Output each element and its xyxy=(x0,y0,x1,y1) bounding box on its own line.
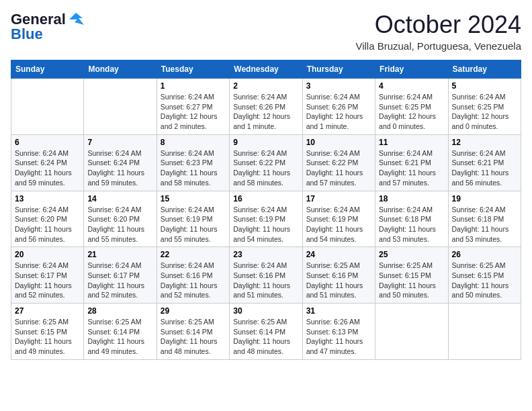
day-number: 24 xyxy=(306,250,371,259)
calendar-cell: 23Sunrise: 6:24 AMSunset: 6:16 PMDayligh… xyxy=(230,247,302,304)
calendar-header-row: SundayMondayTuesdayWednesdayThursdayFrid… xyxy=(11,60,521,79)
day-info: Sunrise: 6:25 AMSunset: 6:16 PMDaylight:… xyxy=(306,261,371,300)
calendar-cell: 28Sunrise: 6:25 AMSunset: 6:14 PMDayligh… xyxy=(84,304,157,360)
weekday-header-saturday: Saturday xyxy=(448,60,521,79)
day-number: 20 xyxy=(15,250,80,259)
day-info: Sunrise: 6:24 AMSunset: 6:21 PMDaylight:… xyxy=(452,148,517,188)
day-info: Sunrise: 6:25 AMSunset: 6:14 PMDaylight:… xyxy=(233,317,298,357)
day-info: Sunrise: 6:24 AMSunset: 6:24 PMDaylight:… xyxy=(15,148,80,188)
day-number: 17 xyxy=(306,194,371,203)
logo-bird-icon xyxy=(69,13,84,26)
day-number: 19 xyxy=(452,194,517,203)
day-number: 5 xyxy=(452,81,517,91)
calendar-cell: 20Sunrise: 6:24 AMSunset: 6:17 PMDayligh… xyxy=(11,247,84,304)
calendar-cell: 22Sunrise: 6:24 AMSunset: 6:16 PMDayligh… xyxy=(157,247,229,304)
day-info: Sunrise: 6:24 AMSunset: 6:22 PMDaylight:… xyxy=(233,148,298,188)
day-number: 15 xyxy=(161,194,226,203)
day-number: 16 xyxy=(233,194,298,203)
calendar-cell: 29Sunrise: 6:25 AMSunset: 6:14 PMDayligh… xyxy=(157,304,229,360)
calendar-cell: 26Sunrise: 6:25 AMSunset: 6:15 PMDayligh… xyxy=(448,247,521,304)
day-number: 7 xyxy=(87,138,152,147)
day-number: 25 xyxy=(379,250,444,259)
day-number: 13 xyxy=(15,194,80,203)
day-number: 8 xyxy=(161,138,226,147)
calendar-cell: 14Sunrise: 6:24 AMSunset: 6:20 PMDayligh… xyxy=(84,191,157,247)
calendar-cell: 15Sunrise: 6:24 AMSunset: 6:19 PMDayligh… xyxy=(157,191,229,247)
title-area: October 2024 Villa Bruzual, Portuguesa, … xyxy=(355,11,521,52)
weekday-header-sunday: Sunday xyxy=(11,60,84,79)
calendar-week-row: 20Sunrise: 6:24 AMSunset: 6:17 PMDayligh… xyxy=(11,247,521,304)
day-info: Sunrise: 6:24 AMSunset: 6:18 PMDaylight:… xyxy=(379,205,444,244)
svg-marker-0 xyxy=(69,13,84,25)
day-number: 28 xyxy=(87,306,152,316)
calendar-cell: 17Sunrise: 6:24 AMSunset: 6:19 PMDayligh… xyxy=(302,191,375,247)
day-info: Sunrise: 6:24 AMSunset: 6:25 PMDaylight:… xyxy=(452,92,517,132)
header: General Blue October 2024 Villa Bruzual,… xyxy=(11,11,521,52)
day-number: 11 xyxy=(379,138,444,147)
day-info: Sunrise: 6:24 AMSunset: 6:25 PMDaylight:… xyxy=(379,92,444,132)
calendar-cell: 31Sunrise: 6:26 AMSunset: 6:13 PMDayligh… xyxy=(302,304,375,360)
calendar-cell: 5Sunrise: 6:24 AMSunset: 6:25 PMDaylight… xyxy=(448,79,521,135)
weekday-header-tuesday: Tuesday xyxy=(157,60,229,79)
day-info: Sunrise: 6:24 AMSunset: 6:17 PMDaylight:… xyxy=(15,261,80,300)
day-info: Sunrise: 6:24 AMSunset: 6:17 PMDaylight:… xyxy=(87,261,152,300)
day-info: Sunrise: 6:24 AMSunset: 6:26 PMDaylight:… xyxy=(306,92,371,132)
day-number: 2 xyxy=(233,81,298,91)
day-number: 27 xyxy=(15,306,80,316)
calendar-week-row: 27Sunrise: 6:25 AMSunset: 6:15 PMDayligh… xyxy=(11,304,521,360)
day-number: 31 xyxy=(306,306,371,316)
calendar-cell: 4Sunrise: 6:24 AMSunset: 6:25 PMDaylight… xyxy=(375,79,448,135)
logo-blue: Blue xyxy=(11,26,43,43)
day-number: 21 xyxy=(87,250,152,259)
day-number: 14 xyxy=(87,194,152,203)
calendar-cell: 6Sunrise: 6:24 AMSunset: 6:24 PMDaylight… xyxy=(11,134,84,191)
day-info: Sunrise: 6:25 AMSunset: 6:15 PMDaylight:… xyxy=(379,261,444,300)
day-number: 23 xyxy=(233,250,298,259)
weekday-header-thursday: Thursday xyxy=(302,60,375,79)
day-info: Sunrise: 6:24 AMSunset: 6:16 PMDaylight:… xyxy=(233,261,298,300)
day-info: Sunrise: 6:24 AMSunset: 6:19 PMDaylight:… xyxy=(233,205,298,244)
day-info: Sunrise: 6:24 AMSunset: 6:26 PMDaylight:… xyxy=(233,92,298,132)
weekday-header-wednesday: Wednesday xyxy=(230,60,302,79)
day-number: 3 xyxy=(306,81,371,91)
day-info: Sunrise: 6:24 AMSunset: 6:20 PMDaylight:… xyxy=(15,205,80,244)
day-number: 10 xyxy=(306,138,371,147)
day-info: Sunrise: 6:24 AMSunset: 6:20 PMDaylight:… xyxy=(87,205,152,244)
calendar-cell: 7Sunrise: 6:24 AMSunset: 6:24 PMDaylight… xyxy=(84,134,157,191)
calendar-cell: 13Sunrise: 6:24 AMSunset: 6:20 PMDayligh… xyxy=(11,191,84,247)
day-info: Sunrise: 6:25 AMSunset: 6:14 PMDaylight:… xyxy=(161,317,226,357)
day-number: 29 xyxy=(161,306,226,316)
calendar-cell: 12Sunrise: 6:24 AMSunset: 6:21 PMDayligh… xyxy=(448,134,521,191)
calendar-cell: 19Sunrise: 6:24 AMSunset: 6:18 PMDayligh… xyxy=(448,191,521,247)
calendar-cell: 1Sunrise: 6:24 AMSunset: 6:27 PMDaylight… xyxy=(157,79,229,135)
location-title: Villa Bruzual, Portuguesa, Venezuela xyxy=(355,40,521,52)
day-info: Sunrise: 6:25 AMSunset: 6:14 PMDaylight:… xyxy=(87,317,152,357)
calendar-cell: 10Sunrise: 6:24 AMSunset: 6:22 PMDayligh… xyxy=(302,134,375,191)
weekday-header-monday: Monday xyxy=(84,60,157,79)
day-number: 4 xyxy=(379,81,444,91)
day-number: 12 xyxy=(452,138,517,147)
calendar-cell: 9Sunrise: 6:24 AMSunset: 6:22 PMDaylight… xyxy=(230,134,302,191)
day-info: Sunrise: 6:24 AMSunset: 6:21 PMDaylight:… xyxy=(379,148,444,188)
calendar-cell: 24Sunrise: 6:25 AMSunset: 6:16 PMDayligh… xyxy=(302,247,375,304)
calendar-cell: 30Sunrise: 6:25 AMSunset: 6:14 PMDayligh… xyxy=(230,304,302,360)
calendar-cell xyxy=(11,79,84,135)
day-info: Sunrise: 6:25 AMSunset: 6:15 PMDaylight:… xyxy=(15,317,80,357)
day-info: Sunrise: 6:24 AMSunset: 6:18 PMDaylight:… xyxy=(452,205,517,244)
calendar-cell: 16Sunrise: 6:24 AMSunset: 6:19 PMDayligh… xyxy=(230,191,302,247)
day-info: Sunrise: 6:24 AMSunset: 6:23 PMDaylight:… xyxy=(161,148,226,188)
calendar-cell: 18Sunrise: 6:24 AMSunset: 6:18 PMDayligh… xyxy=(375,191,448,247)
day-info: Sunrise: 6:24 AMSunset: 6:16 PMDaylight:… xyxy=(161,261,226,300)
calendar-cell: 25Sunrise: 6:25 AMSunset: 6:15 PMDayligh… xyxy=(375,247,448,304)
day-info: Sunrise: 6:24 AMSunset: 6:27 PMDaylight:… xyxy=(161,92,226,132)
calendar-week-row: 1Sunrise: 6:24 AMSunset: 6:27 PMDaylight… xyxy=(11,79,521,135)
day-info: Sunrise: 6:24 AMSunset: 6:22 PMDaylight:… xyxy=(306,148,371,188)
day-number: 30 xyxy=(233,306,298,316)
day-number: 6 xyxy=(15,138,80,147)
calendar-cell: 3Sunrise: 6:24 AMSunset: 6:26 PMDaylight… xyxy=(302,79,375,135)
calendar-cell: 11Sunrise: 6:24 AMSunset: 6:21 PMDayligh… xyxy=(375,134,448,191)
calendar-week-row: 13Sunrise: 6:24 AMSunset: 6:20 PMDayligh… xyxy=(11,191,521,247)
day-info: Sunrise: 6:25 AMSunset: 6:15 PMDaylight:… xyxy=(452,261,517,300)
day-info: Sunrise: 6:24 AMSunset: 6:19 PMDaylight:… xyxy=(306,205,371,244)
calendar-cell xyxy=(84,79,157,135)
